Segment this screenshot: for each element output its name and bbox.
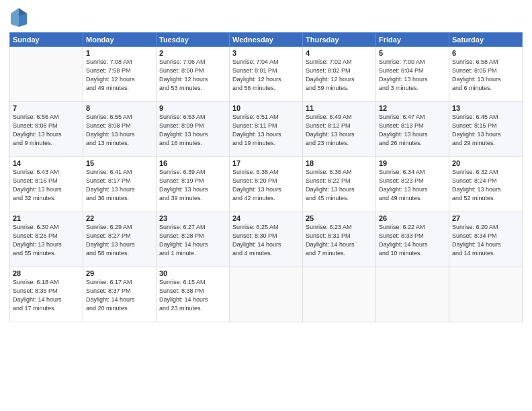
calendar-cell: 18Sunrise: 6:36 AM Sunset: 8:22 PM Dayli… — [303, 157, 376, 212]
calendar-weekday-wednesday: Wednesday — [230, 33, 303, 47]
day-number: 24 — [232, 214, 300, 222]
calendar-cell: 20Sunrise: 6:32 AM Sunset: 8:24 PM Dayli… — [449, 157, 523, 212]
day-number: 22 — [86, 214, 153, 222]
calendar-cell: 1Sunrise: 7:08 AM Sunset: 7:58 PM Daylig… — [83, 47, 157, 102]
calendar-cell — [10, 47, 83, 102]
calendar-cell — [449, 267, 523, 322]
day-number: 15 — [86, 159, 153, 167]
day-number: 5 — [379, 49, 446, 57]
calendar-weekday-tuesday: Tuesday — [157, 33, 230, 47]
calendar-cell: 10Sunrise: 6:51 AM Sunset: 8:11 PM Dayli… — [230, 102, 303, 157]
day-info: Sunrise: 6:53 AM Sunset: 8:09 PM Dayligh… — [159, 113, 226, 148]
day-number: 21 — [13, 214, 80, 222]
calendar-week-row: 28Sunrise: 6:18 AM Sunset: 8:35 PM Dayli… — [10, 267, 523, 322]
calendar-cell: 29Sunrise: 6:17 AM Sunset: 8:37 PM Dayli… — [83, 267, 157, 322]
calendar-weekday-saturday: Saturday — [449, 33, 523, 47]
calendar-cell: 3Sunrise: 7:04 AM Sunset: 8:01 PM Daylig… — [230, 47, 303, 102]
day-info: Sunrise: 6:41 AM Sunset: 8:17 PM Dayligh… — [86, 168, 153, 203]
calendar-cell: 13Sunrise: 6:45 AM Sunset: 8:15 PM Dayli… — [449, 102, 523, 157]
calendar-cell: 24Sunrise: 6:25 AM Sunset: 8:30 PM Dayli… — [230, 212, 303, 267]
day-number: 29 — [86, 269, 153, 277]
day-number: 14 — [13, 159, 80, 167]
day-number: 1 — [86, 49, 153, 57]
day-info: Sunrise: 6:45 AM Sunset: 8:15 PM Dayligh… — [452, 113, 519, 148]
day-info: Sunrise: 6:23 AM Sunset: 8:31 PM Dayligh… — [306, 223, 373, 258]
calendar-cell: 6Sunrise: 6:58 AM Sunset: 8:05 PM Daylig… — [449, 47, 523, 102]
calendar-cell: 4Sunrise: 7:02 AM Sunset: 8:02 PM Daylig… — [303, 47, 376, 102]
calendar-cell: 2Sunrise: 7:06 AM Sunset: 8:00 PM Daylig… — [157, 47, 230, 102]
calendar-weekday-sunday: Sunday — [10, 33, 83, 47]
calendar-header-row: SundayMondayTuesdayWednesdayThursdayFrid… — [10, 33, 523, 47]
calendar-cell: 25Sunrise: 6:23 AM Sunset: 8:31 PM Dayli… — [303, 212, 376, 267]
day-info: Sunrise: 6:22 AM Sunset: 8:33 PM Dayligh… — [379, 223, 446, 258]
calendar-cell: 17Sunrise: 6:38 AM Sunset: 8:20 PM Dayli… — [230, 157, 303, 212]
day-number: 8 — [86, 104, 153, 112]
header — [9, 7, 523, 28]
calendar-cell: 15Sunrise: 6:41 AM Sunset: 8:17 PM Dayli… — [83, 157, 157, 212]
calendar-cell: 12Sunrise: 6:47 AM Sunset: 8:13 PM Dayli… — [376, 102, 449, 157]
page: SundayMondayTuesdayWednesdayThursdayFrid… — [0, 0, 532, 411]
calendar-cell: 23Sunrise: 6:27 AM Sunset: 8:28 PM Dayli… — [157, 212, 230, 267]
day-info: Sunrise: 6:30 AM Sunset: 8:26 PM Dayligh… — [13, 223, 80, 258]
calendar-cell: 16Sunrise: 6:39 AM Sunset: 8:19 PM Dayli… — [157, 157, 230, 212]
calendar-cell: 22Sunrise: 6:29 AM Sunset: 8:27 PM Dayli… — [83, 212, 157, 267]
day-info: Sunrise: 6:38 AM Sunset: 8:20 PM Dayligh… — [232, 168, 300, 203]
day-info: Sunrise: 6:43 AM Sunset: 8:16 PM Dayligh… — [13, 168, 80, 203]
day-info: Sunrise: 6:32 AM Sunset: 8:24 PM Dayligh… — [452, 168, 519, 203]
calendar-cell — [303, 267, 376, 322]
calendar-cell — [376, 267, 449, 322]
calendar-cell: 27Sunrise: 6:20 AM Sunset: 8:34 PM Dayli… — [449, 212, 523, 267]
day-number: 18 — [306, 159, 373, 167]
calendar-cell: 5Sunrise: 7:00 AM Sunset: 8:04 PM Daylig… — [376, 47, 449, 102]
calendar-week-row: 21Sunrise: 6:30 AM Sunset: 8:26 PM Dayli… — [10, 212, 523, 267]
day-number: 26 — [379, 214, 446, 222]
day-number: 16 — [159, 159, 226, 167]
calendar-table: SundayMondayTuesdayWednesdayThursdayFrid… — [9, 32, 523, 322]
calendar-cell — [230, 267, 303, 322]
day-info: Sunrise: 7:04 AM Sunset: 8:01 PM Dayligh… — [232, 58, 300, 93]
calendar-cell: 8Sunrise: 6:55 AM Sunset: 8:08 PM Daylig… — [83, 102, 157, 157]
logo — [9, 7, 31, 28]
calendar-cell: 14Sunrise: 6:43 AM Sunset: 8:16 PM Dayli… — [10, 157, 83, 212]
logo-icon — [9, 7, 28, 28]
day-number: 11 — [306, 104, 373, 112]
day-info: Sunrise: 6:25 AM Sunset: 8:30 PM Dayligh… — [232, 223, 300, 258]
day-number: 25 — [306, 214, 373, 222]
day-number: 19 — [379, 159, 446, 167]
day-number: 27 — [452, 214, 519, 222]
day-info: Sunrise: 6:56 AM Sunset: 8:06 PM Dayligh… — [13, 113, 80, 148]
calendar-weekday-monday: Monday — [83, 33, 157, 47]
day-number: 17 — [232, 159, 300, 167]
day-number: 4 — [306, 49, 373, 57]
day-info: Sunrise: 6:39 AM Sunset: 8:19 PM Dayligh… — [159, 168, 226, 203]
calendar-cell: 19Sunrise: 6:34 AM Sunset: 8:23 PM Dayli… — [376, 157, 449, 212]
calendar-cell: 9Sunrise: 6:53 AM Sunset: 8:09 PM Daylig… — [157, 102, 230, 157]
day-info: Sunrise: 6:27 AM Sunset: 8:28 PM Dayligh… — [159, 223, 226, 258]
day-info: Sunrise: 7:08 AM Sunset: 7:58 PM Dayligh… — [86, 58, 153, 93]
day-number: 30 — [159, 269, 226, 277]
calendar-cell: 28Sunrise: 6:18 AM Sunset: 8:35 PM Dayli… — [10, 267, 83, 322]
day-info: Sunrise: 6:29 AM Sunset: 8:27 PM Dayligh… — [86, 223, 153, 258]
day-info: Sunrise: 7:06 AM Sunset: 8:00 PM Dayligh… — [159, 58, 226, 93]
day-info: Sunrise: 6:47 AM Sunset: 8:13 PM Dayligh… — [379, 113, 446, 148]
calendar-cell: 30Sunrise: 6:15 AM Sunset: 8:38 PM Dayli… — [157, 267, 230, 322]
calendar-week-row: 7Sunrise: 6:56 AM Sunset: 8:06 PM Daylig… — [10, 102, 523, 157]
day-info: Sunrise: 6:58 AM Sunset: 8:05 PM Dayligh… — [452, 58, 519, 93]
calendar-weekday-thursday: Thursday — [303, 33, 376, 47]
day-info: Sunrise: 7:00 AM Sunset: 8:04 PM Dayligh… — [379, 58, 446, 93]
calendar-weekday-friday: Friday — [376, 33, 449, 47]
calendar-week-row: 14Sunrise: 6:43 AM Sunset: 8:16 PM Dayli… — [10, 157, 523, 212]
day-number: 20 — [452, 159, 519, 167]
day-info: Sunrise: 6:55 AM Sunset: 8:08 PM Dayligh… — [86, 113, 153, 148]
day-info: Sunrise: 6:51 AM Sunset: 8:11 PM Dayligh… — [232, 113, 300, 148]
day-info: Sunrise: 6:18 AM Sunset: 8:35 PM Dayligh… — [13, 278, 80, 313]
day-number: 3 — [232, 49, 300, 57]
day-info: Sunrise: 6:49 AM Sunset: 8:12 PM Dayligh… — [306, 113, 373, 148]
day-info: Sunrise: 6:36 AM Sunset: 8:22 PM Dayligh… — [306, 168, 373, 203]
calendar-week-row: 1Sunrise: 7:08 AM Sunset: 7:58 PM Daylig… — [10, 47, 523, 102]
day-number: 2 — [159, 49, 226, 57]
day-number: 7 — [13, 104, 80, 112]
day-number: 13 — [452, 104, 519, 112]
day-number: 12 — [379, 104, 446, 112]
day-number: 9 — [159, 104, 226, 112]
